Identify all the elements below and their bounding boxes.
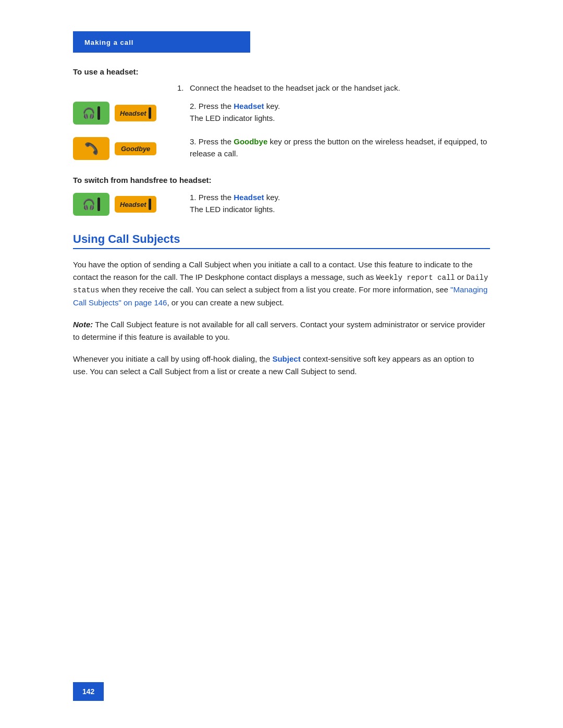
using-call-subjects-section: Using Call Subjects You have the option … (73, 232, 490, 378)
call-subjects-body-1: You have the option of sending a Call Su… (73, 258, 490, 309)
to-switch-section: To switch from handsfree to headset: 🎧 H… (73, 176, 490, 216)
switch-step-1-row: 🎧 Headset 1. Press the Headset key. The … (73, 192, 490, 216)
switch-step-1-icons: 🎧 Headset (73, 193, 177, 216)
using-call-subjects-title: Using Call Subjects (73, 232, 490, 246)
headset-key-icon: Headset (115, 105, 156, 121)
goodbye-link: Goodbye (234, 137, 267, 146)
step-3-icons: 📞 Goodbye (73, 137, 177, 160)
step-2-icons: 🎧 Headset (73, 102, 177, 125)
to-use-headset-section: To use a headset: 1. Connect the headset… (73, 67, 490, 160)
goodbye-key-icon: Goodbye (115, 142, 156, 155)
step-3-number: 3. (190, 137, 199, 146)
orange-phone-icon: 📞 (73, 137, 109, 160)
led-bar-2 (149, 107, 151, 119)
step-3-text: 3. Press the Goodbye key or press the bu… (190, 136, 490, 159)
step-2-number: 2. (190, 102, 199, 110)
step-1-number: 1. (177, 83, 190, 92)
to-use-headset-title: To use a headset: (73, 67, 490, 76)
led-bar-1 (97, 106, 100, 120)
to-switch-title: To switch from handsfree to headset: (73, 176, 490, 184)
header-banner-text: Making a call (84, 39, 133, 46)
page-number-badge: 142 (73, 682, 104, 701)
step-2-text: 2. Press the Headset key. The LED indica… (190, 101, 490, 124)
managing-call-subjects-link[interactable]: "Managing Call Subjects" on page 146 (73, 285, 487, 306)
header-banner: Making a call (73, 31, 250, 53)
note-text: The Call Subject feature is not availabl… (73, 320, 485, 341)
headset-key-label: Headset (120, 109, 146, 117)
switch-headset-key-icon: Headset (115, 196, 156, 213)
page-number: 142 (82, 687, 94, 696)
switch-headset-link: Headset (234, 193, 264, 202)
headset-link: Headset (234, 102, 264, 110)
switch-led-bar-2 (149, 199, 151, 210)
note-block: Note: The Call Subject feature is not av… (73, 318, 490, 343)
phone-symbol: 📞 (84, 142, 99, 155)
note-label: Note: (73, 320, 93, 329)
switch-headset-symbol: 🎧 (82, 198, 95, 211)
page-wrapper: Making a call To use a headset: 1. Conne… (0, 0, 563, 728)
step-3-row: 📞 Goodbye 3. Press the Goodbye key or pr… (73, 136, 490, 160)
section-rule (73, 248, 490, 249)
switch-step-1-number: 1. (190, 193, 199, 202)
step-1-text: Connect the headset to the headset jack … (190, 83, 400, 92)
step-2-row: 🎧 Headset 2. Press the Headset key. The … (73, 101, 490, 125)
switch-green-headset-icon: 🎧 (73, 193, 109, 216)
monospace-weekly: Weekly report call (376, 274, 455, 282)
call-subjects-body-2: Whenever you initiate a call by using of… (73, 353, 490, 378)
switch-led-bar-1 (97, 198, 100, 211)
switch-headset-key-label: Headset (120, 201, 146, 208)
subject-link: Subject (272, 354, 300, 363)
step-1-row: 1. Connect the headset to the headset ja… (177, 83, 490, 92)
headset-symbol: 🎧 (82, 107, 95, 119)
switch-step-1-text: 1. Press the Headset key. The LED indica… (190, 192, 490, 215)
green-headset-icon: 🎧 (73, 102, 109, 125)
goodbye-key-label: Goodbye (121, 145, 150, 153)
